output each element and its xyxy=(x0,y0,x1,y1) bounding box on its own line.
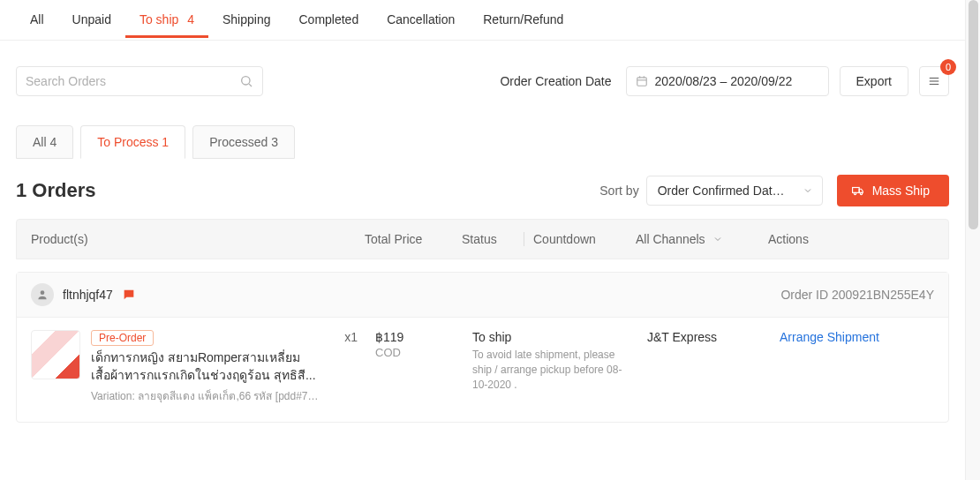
chevron-down-icon xyxy=(712,234,723,244)
sort-label: Sort by xyxy=(599,184,638,198)
process-sub-tabs: All 4 To Process 1 Processed 3 xyxy=(0,102,965,159)
col-header-status: Status xyxy=(462,232,515,246)
order-status-note: To avoid late shipment, please ship / ar… xyxy=(472,348,631,392)
date-range-picker[interactable]: 2020/08/23 – 2020/09/22 xyxy=(626,66,829,96)
tab-to-ship-count: 4 xyxy=(187,12,194,26)
product-quantity: x1 xyxy=(320,330,358,344)
col-header-total-price: Total Price xyxy=(365,232,462,246)
date-filter-label: Order Creation Date xyxy=(500,74,611,88)
sort-select[interactable]: Order Confirmed Date -... xyxy=(646,176,823,206)
order-header: fltnhjqf47 Order ID 200921BN255E4Y xyxy=(17,273,948,318)
notification-badge: 0 xyxy=(940,59,956,75)
order-card: fltnhjqf47 Order ID 200921BN255E4Y Pre-O… xyxy=(16,272,949,423)
filter-row: Order Creation Date 2020/08/23 – 2020/09… xyxy=(0,41,965,102)
search-box[interactable] xyxy=(16,66,263,96)
action-cell: Arrange Shipment xyxy=(780,330,934,344)
search-input[interactable] xyxy=(26,74,239,88)
sub-tab-all[interactable]: All 4 xyxy=(16,125,73,159)
tab-unpaid[interactable]: Unpaid xyxy=(58,0,125,37)
preorder-badge: Pre-Order xyxy=(91,330,154,346)
tab-to-ship-label: To ship xyxy=(139,12,178,26)
product-variation: Variation: ลายจุดสีแดง แพ็คเก็ต,66 รหัส … xyxy=(91,387,320,404)
status-cell: To ship To avoid late shipment, please s… xyxy=(472,330,647,392)
orders-count-heading: 1 Orders xyxy=(16,179,96,202)
order-id: Order ID 200921BN255E4Y xyxy=(780,288,934,302)
tab-completed[interactable]: Completed xyxy=(284,0,373,37)
col-header-products: Product(s) xyxy=(31,232,365,246)
calendar-icon xyxy=(636,75,648,87)
svg-point-11 xyxy=(860,192,862,194)
svg-point-12 xyxy=(41,290,45,295)
chevron-down-icon xyxy=(803,185,813,196)
sub-tab-to-process[interactable]: To Process 1 xyxy=(80,125,185,159)
price-cell: ฿119 COD xyxy=(375,330,472,359)
truck-icon xyxy=(851,184,865,197)
sort-selected-value: Order Confirmed Date -... xyxy=(658,184,790,198)
order-status-tabs: All Unpaid To ship 4 Shipping Completed … xyxy=(0,0,965,41)
product-thumbnail[interactable] xyxy=(31,330,80,379)
order-total-price: ฿119 xyxy=(375,330,472,344)
col-header-countdown: Countdown xyxy=(533,232,636,246)
buyer-avatar[interactable] xyxy=(31,283,54,306)
export-button[interactable]: Export xyxy=(840,66,908,96)
svg-rect-2 xyxy=(637,78,646,86)
svg-point-0 xyxy=(242,77,250,85)
buyer-username[interactable]: fltnhjqf47 xyxy=(63,288,113,302)
svg-rect-9 xyxy=(852,188,859,193)
arrange-shipment-link[interactable]: Arrange Shipment xyxy=(780,330,879,344)
tab-all[interactable]: All xyxy=(16,0,58,37)
table-header: Product(s) Total Price Status Countdown … xyxy=(16,219,949,259)
payment-method: COD xyxy=(375,346,472,359)
product-info: Pre-Order เด็กทารกหญิง สยามRomperสามเหลี… xyxy=(91,330,320,404)
sub-tab-processed[interactable]: Processed 3 xyxy=(192,125,295,159)
col-header-actions: Actions xyxy=(768,232,934,246)
date-range-value: 2020/08/23 – 2020/09/22 xyxy=(655,74,793,88)
search-icon[interactable] xyxy=(239,74,253,88)
order-status: To ship xyxy=(472,330,647,344)
col-header-channel-label: All Channels xyxy=(636,232,705,246)
mass-ship-button[interactable]: Mass Ship xyxy=(837,175,949,206)
shipping-channel: J&T Express xyxy=(647,330,780,344)
tab-return-refund[interactable]: Return/Refund xyxy=(469,0,577,37)
order-body: Pre-Order เด็กทารกหญิง สยามRomperสามเหลี… xyxy=(17,318,948,422)
heading-row: 1 Orders Sort by Order Confirmed Date -.… xyxy=(0,159,965,219)
vertical-scrollbar[interactable] xyxy=(965,0,980,480)
svg-line-1 xyxy=(249,84,252,86)
tab-shipping[interactable]: Shipping xyxy=(208,0,285,37)
col-header-channel-dropdown[interactable]: All Channels xyxy=(636,232,768,246)
product-name[interactable]: เด็กทารกหญิง สยามRomperสามเหลี่ยม เสื้อผ… xyxy=(91,349,320,384)
svg-point-10 xyxy=(854,192,856,194)
tab-to-ship[interactable]: To ship 4 xyxy=(125,0,208,37)
mass-ship-label: Mass Ship xyxy=(872,184,930,198)
header-divider xyxy=(524,232,524,246)
chat-icon[interactable] xyxy=(122,288,136,302)
tab-cancellation[interactable]: Cancellation xyxy=(373,0,469,37)
